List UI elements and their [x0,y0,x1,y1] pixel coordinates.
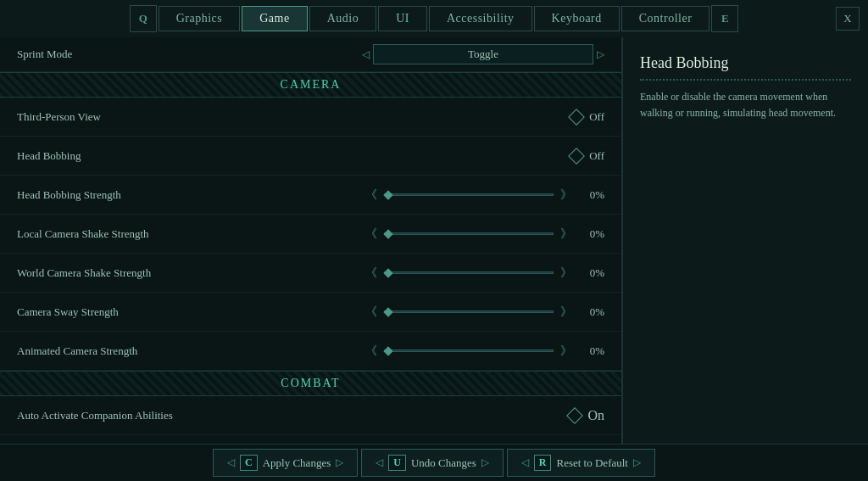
slider-right-arrow-icon[interactable]: 》 [560,227,572,242]
slider-track[interactable] [384,350,554,352]
world-camera-shake-slider[interactable]: 《 》 0% [365,266,604,281]
reset-default-button[interactable]: ◁ R Reset to Default ▷ [507,449,655,477]
close-button[interactable]: X [836,7,860,31]
combat-section-title: Combat [8,377,613,390]
head-bobbing-strength-row: Head Bobbing Strength 《 》 0% [0,176,621,215]
nav-corner-left[interactable]: Q [130,5,157,32]
tab-audio[interactable]: Audio [309,6,377,31]
tab-keyboard[interactable]: Keyboard [534,6,620,31]
local-camera-shake-label: Local Camera Shake Strength [17,227,254,241]
world-camera-shake-row: World Camera Shake Strength 《 》 0% [0,254,621,293]
head-bobbing-diamond-icon [568,148,585,165]
top-navigation: Q Graphics Game Audio UI Accessibility K… [0,0,868,37]
camera-sway-control[interactable]: 《 》 0% [254,305,604,320]
local-camera-shake-row: Local Camera Shake Strength 《 》 0% [0,215,621,254]
slider-left-arrow-icon[interactable]: 《 [365,344,377,359]
auto-activate-toggle[interactable]: On [569,408,604,423]
info-panel-title: Head Bobbing [640,54,851,81]
reset-left-chevron-icon: ◁ [521,456,529,469]
sprint-mode-row: Sprint Mode ◁ Toggle ▷ [0,37,621,72]
bottom-bar: ◁ C Apply Changes ▷ ◁ U Undo Changes ▷ ◁… [0,444,868,481]
sprint-arrow-right[interactable]: ▷ [597,48,604,61]
slider-right-arrow-icon[interactable]: 》 [560,305,572,320]
auto-activate-value: On [587,408,604,423]
apply-key: C [240,455,258,471]
head-bobbing-row: Head Bobbing Off [0,137,621,176]
info-panel-description: Enable or disable the camera movement wh… [640,89,851,121]
reset-key: R [534,455,552,471]
camera-sway-slider[interactable]: 《 》 0% [365,305,604,320]
world-camera-shake-label: World Camera Shake Strength [17,266,254,280]
slider-right-arrow-icon[interactable]: 》 [560,187,572,203]
auto-activate-diamond-icon [567,407,584,424]
slider-track[interactable] [384,193,554,196]
slider-left-arrow-icon[interactable]: 《 [365,266,377,281]
info-panel: Head Bobbing Enable or disable the camer… [622,37,868,444]
slider-thumb[interactable] [383,190,392,199]
head-bobbing-strength-slider[interactable]: 《 》 0% [365,187,604,203]
reset-right-chevron-icon: ▷ [633,456,641,469]
slider-track[interactable] [384,271,554,274]
sprint-mode-label: Sprint Mode [17,48,254,61]
local-camera-shake-slider[interactable]: 《 》 0% [365,227,604,242]
slider-left-arrow-icon[interactable]: 《 [365,227,377,242]
head-bobbing-control[interactable]: Off [254,149,604,163]
slider-thumb[interactable] [383,346,392,355]
auto-activate-companion-label: Auto Activate Companion Abilities [17,409,254,422]
auto-activate-companion-control[interactable]: On [254,408,604,423]
camera-sway-row: Camera Sway Strength 《 》 0% [0,293,621,332]
settings-panel: Sprint Mode ◁ Toggle ▷ Camera Third-Pers… [0,37,622,444]
main-layout: Sprint Mode ◁ Toggle ▷ Camera Third-Pers… [0,37,868,444]
third-person-view-control[interactable]: Off [254,110,604,124]
camera-section-divider: Camera [0,72,621,98]
animated-camera-control[interactable]: 《 》 0% [254,344,604,359]
combat-section-divider: Combat [0,371,621,396]
undo-right-chevron-icon: ▷ [481,456,489,469]
sprint-mode-control: ◁ Toggle ▷ [254,44,604,64]
camera-section-title: Camera [8,78,613,92]
third-person-diamond-icon [568,109,585,126]
slider-thumb[interactable] [383,229,392,238]
nav-corner-right[interactable]: E [711,5,738,32]
tab-game[interactable]: Game [242,6,307,31]
local-camera-shake-control[interactable]: 《 》 0% [254,227,604,242]
animated-camera-slider[interactable]: 《 》 0% [365,344,604,359]
undo-changes-label: Undo Changes [411,456,476,470]
auto-activate-companion-row: Auto Activate Companion Abilities On [0,396,621,435]
undo-changes-button[interactable]: ◁ U Undo Changes ▷ [361,449,504,477]
slider-thumb[interactable] [383,268,392,277]
apply-changes-label: Apply Changes [263,456,331,470]
sprint-arrow-left[interactable]: ◁ [362,48,370,61]
head-bobbing-toggle[interactable]: Off [570,149,604,163]
reset-default-label: Reset to Default [556,456,627,470]
third-person-value: Off [589,110,604,124]
apply-right-chevron-icon: ▷ [336,456,343,469]
local-camera-shake-value: 0% [579,227,604,241]
world-camera-shake-value: 0% [579,266,604,280]
tab-accessibility[interactable]: Accessibility [429,6,532,31]
slider-track[interactable] [384,310,554,313]
tab-controller[interactable]: Controller [621,6,710,31]
camera-sway-label: Camera Sway Strength [17,305,254,319]
apply-changes-button[interactable]: ◁ C Apply Changes ▷ [213,449,358,477]
animated-camera-label: Animated Camera Strength [17,344,254,358]
sprint-toggle[interactable]: ◁ Toggle ▷ [362,44,604,64]
third-person-view-row: Third-Person View Off [0,98,621,137]
third-person-toggle[interactable]: Off [570,110,604,124]
slider-right-arrow-icon[interactable]: 》 [560,266,572,281]
world-camera-shake-control[interactable]: 《 》 0% [254,266,604,281]
undo-left-chevron-icon: ◁ [376,456,383,469]
slider-thumb[interactable] [383,307,392,316]
slider-left-arrow-icon[interactable]: 《 [365,305,377,320]
head-bobbing-strength-value: 0% [579,188,604,202]
tab-ui[interactable]: UI [378,6,427,31]
head-bobbing-strength-control[interactable]: 《 》 0% [254,187,604,203]
undo-key: U [388,455,406,471]
slider-track[interactable] [384,232,554,235]
animated-camera-row: Animated Camera Strength 《 》 0% [0,332,621,371]
apply-left-chevron-icon: ◁ [227,456,235,469]
third-person-view-label: Third-Person View [17,110,254,124]
slider-left-arrow-icon[interactable]: 《 [365,187,377,203]
slider-right-arrow-icon[interactable]: 》 [560,344,572,359]
tab-graphics[interactable]: Graphics [159,6,241,31]
